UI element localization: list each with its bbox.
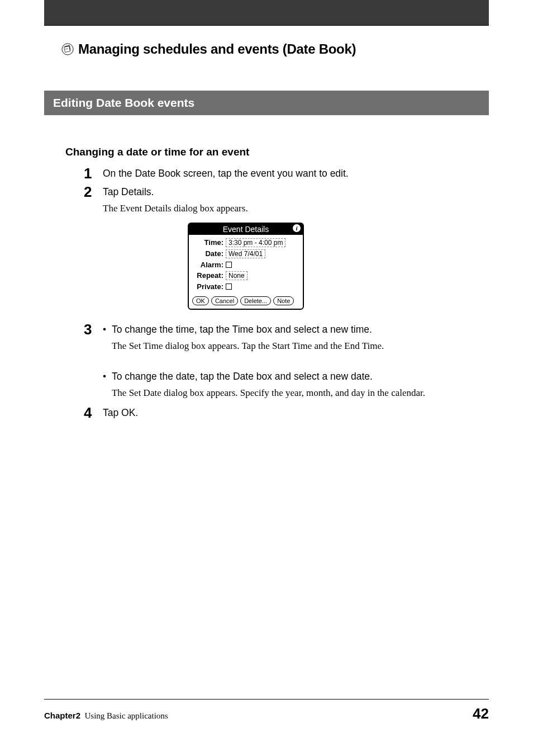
section-title: Editing Date Book events bbox=[53, 96, 194, 109]
steps-list: 1 On the Date Book screen, tap the event… bbox=[84, 166, 489, 421]
page-footer: Chapter2 Using Basic applications 42 bbox=[44, 699, 489, 722]
dialog-titlebar: Event Details i bbox=[189, 224, 303, 235]
step-number: 3 bbox=[84, 322, 103, 337]
alarm-checkbox[interactable] bbox=[226, 262, 232, 268]
step-bullet-text: To change the date, tap the Date box and… bbox=[112, 369, 489, 384]
step-text: On the Date Book screen, tap the event y… bbox=[103, 166, 489, 181]
step-3: 3 • To change the time, tap the Time box… bbox=[84, 322, 489, 400]
step-1: 1 On the Date Book screen, tap the event… bbox=[84, 166, 489, 181]
cancel-button[interactable]: Cancel bbox=[211, 296, 238, 305]
step-number: 2 bbox=[84, 185, 103, 199]
date-field[interactable]: Wed 7/4/01 bbox=[226, 249, 265, 258]
dialog-title-text: Event Details bbox=[223, 225, 269, 234]
footer-chapter: Chapter2 Using Basic applications bbox=[44, 711, 168, 721]
step-subtext: The Event Details dialog box appears. bbox=[103, 202, 489, 216]
time-field[interactable]: 3:30 pm - 4:00 pm bbox=[226, 238, 285, 247]
footer-chapter-label: Chapter2 bbox=[44, 711, 80, 720]
datebook-icon bbox=[61, 43, 74, 55]
page-number: 42 bbox=[473, 705, 489, 722]
bullet-icon: • bbox=[103, 369, 106, 384]
subsection-heading: Changing a date or time for an event bbox=[65, 146, 533, 158]
step-2: 2 Tap Details. The Event Details dialog … bbox=[84, 185, 489, 216]
footer-chapter-text: Using Basic applications bbox=[85, 711, 168, 720]
bullet-icon: • bbox=[103, 322, 106, 337]
repeat-field[interactable]: None bbox=[226, 271, 248, 280]
step-bullet-subtext: The Set Time dialog box appears. Tap the… bbox=[112, 339, 489, 353]
time-label: Time: bbox=[193, 238, 226, 247]
header-rule bbox=[44, 25, 489, 26]
step-text: Tap Details. bbox=[103, 185, 489, 200]
delete-button[interactable]: Delete... bbox=[240, 296, 271, 305]
event-details-dialog-figure: Event Details i Time: 3:30 pm - 4:00 pm … bbox=[188, 223, 489, 310]
alarm-label: Alarm: bbox=[193, 261, 226, 269]
header-dark-bar bbox=[44, 0, 489, 25]
private-checkbox[interactable] bbox=[226, 284, 232, 290]
step-bullet-text: To change the time, tap the Time box and… bbox=[112, 322, 489, 337]
chapter-heading: Managing schedules and events (Date Book… bbox=[61, 41, 489, 57]
info-icon[interactable]: i bbox=[293, 224, 301, 232]
repeat-label: Repeat: bbox=[193, 271, 226, 280]
note-button[interactable]: Note bbox=[273, 296, 294, 305]
ok-button[interactable]: OK bbox=[192, 296, 209, 305]
step-number: 1 bbox=[84, 166, 103, 181]
step-text: Tap OK. bbox=[103, 405, 489, 420]
step-number: 4 bbox=[84, 405, 103, 420]
step-4: 4 Tap OK. bbox=[84, 405, 489, 420]
step-bullet-subtext: The Set Date dialog box appears. Specify… bbox=[112, 386, 489, 400]
date-label: Date: bbox=[193, 249, 226, 258]
event-details-dialog: Event Details i Time: 3:30 pm - 4:00 pm … bbox=[188, 223, 304, 310]
private-label: Private: bbox=[193, 282, 226, 291]
chapter-title: Managing schedules and events (Date Book… bbox=[78, 41, 356, 57]
section-title-bar: Editing Date Book events bbox=[44, 91, 489, 115]
